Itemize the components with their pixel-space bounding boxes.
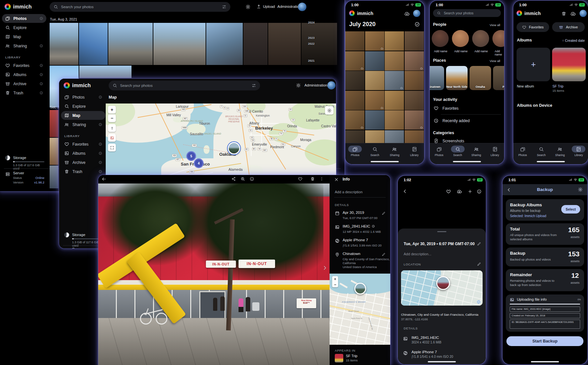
photo-grid-tile[interactable]: [385, 71, 404, 90]
search-input[interactable]: Search your photos: [50, 2, 230, 12]
delete-icon[interactable]: [310, 177, 315, 181]
person-face[interactable]: [452, 30, 469, 47]
screenshots-row[interactable]: Screenshots: [434, 138, 464, 143]
map-photo-marker[interactable]: [228, 142, 240, 154]
info-icon[interactable]: [99, 151, 102, 155]
share-icon[interactable]: [231, 177, 236, 181]
user-avatar[interactable]: [298, 3, 306, 11]
nav-item-library[interactable]: Library: [405, 146, 425, 157]
home-indicator[interactable]: [453, 161, 481, 162]
minimap-photo-marker[interactable]: [354, 283, 366, 294]
immich-logo[interactable]: immich: [64, 82, 91, 88]
nav-item-photos[interactable]: Photos: [345, 146, 365, 157]
settings-gear-icon[interactable]: [578, 187, 583, 192]
photo-grid-tile[interactable]: [345, 51, 364, 71]
photo-grid-tile[interactable]: [365, 51, 384, 71]
sidebar-item-map[interactable]: Map: [2, 32, 46, 41]
timeline-year-label[interactable]: 2023: [308, 36, 315, 40]
theme-toggle-icon[interactable]: [245, 4, 251, 9]
nav-item-search[interactable]: Search: [448, 146, 467, 157]
map-zoom-in-button[interactable]: +: [108, 106, 116, 114]
photo-thumbnail[interactable]: [79, 66, 132, 78]
favorites-row[interactable]: Favorites: [434, 106, 458, 111]
photo-grid-tile[interactable]: [385, 110, 404, 130]
photo-grid-tile[interactable]: [405, 71, 424, 90]
location-minimap[interactable]: FISHERMAN'S WHARF Beach Street North Poi…: [330, 274, 390, 345]
photo-thumbnail[interactable]: [108, 23, 153, 65]
sidebar-item-explore[interactable]: Explore: [61, 102, 105, 111]
photo-grid[interactable]: [345, 31, 424, 143]
sidebar-item-archive[interactable]: Archive: [61, 158, 105, 167]
nav-item-library[interactable]: Library: [486, 146, 504, 157]
album-name[interactable]: SF Trip: [346, 354, 357, 358]
back-icon[interactable]: [101, 177, 106, 182]
photo-grid-tile[interactable]: [345, 71, 364, 90]
photo-grid-tile[interactable]: [405, 31, 424, 51]
photo-in-n-out[interactable]: IN-N-OUT IN-N-OUT Now Hiring $18⁷⁵: [98, 183, 330, 365]
photo-thumbnail[interactable]: [243, 23, 268, 65]
select-all-icon[interactable]: [414, 22, 420, 27]
photo-grid-tile[interactable]: [405, 91, 424, 110]
info-icon[interactable]: [99, 123, 102, 126]
backup-cloud-icon[interactable]: [570, 11, 576, 17]
next-photo-icon[interactable]: [322, 265, 328, 271]
select-albums-button[interactable]: Select: [561, 205, 580, 214]
upload-cloud-icon[interactable]: [456, 189, 462, 194]
favorite-icon[interactable]: [298, 177, 302, 181]
sidebar-item-sharing[interactable]: Sharing: [61, 120, 105, 129]
photo-thumbnail[interactable]: [153, 23, 206, 65]
photo-thumbnail[interactable]: [206, 23, 243, 65]
photo-grid-tile[interactable]: [345, 31, 364, 51]
archive-button[interactable]: Archive: [552, 22, 585, 32]
administration-link[interactable]: Administration: [304, 83, 327, 87]
timeline-year-label[interactable]: 2024: [308, 21, 315, 24]
favorite-icon[interactable]: [446, 189, 451, 194]
administration-link[interactable]: Administration: [277, 5, 301, 8]
timeline-year-label[interactable]: 2021: [308, 59, 315, 62]
photo-thumbnail[interactable]: [50, 138, 58, 165]
add-name-label[interactable]: Add name: [454, 50, 468, 53]
sidebar-item-sharing[interactable]: Sharing: [2, 41, 46, 50]
map-cluster-marker[interactable]: 4: [194, 158, 204, 168]
home-indicator[interactable]: [537, 161, 565, 162]
info-icon[interactable]: [99, 170, 102, 173]
add-to-album-icon[interactable]: [468, 189, 472, 194]
place-card[interactable]: Pi: [493, 66, 504, 90]
filter-icon[interactable]: [252, 83, 256, 88]
place-card[interactable]: Chinatown: [430, 66, 444, 90]
add-name-label[interactable]: Add name: [495, 50, 504, 56]
sidebar-item-photos[interactable]: Photos: [2, 14, 46, 23]
places-view-all[interactable]: View all: [489, 59, 500, 63]
close-icon[interactable]: [334, 177, 339, 182]
user-avatar[interactable]: [580, 10, 587, 17]
person-face[interactable]: [472, 30, 489, 47]
edit-location-icon[interactable]: [382, 252, 386, 256]
photo-grid-tile[interactable]: [405, 51, 424, 71]
minimap-zoom-in[interactable]: +: [332, 276, 338, 282]
edit-date-icon[interactable]: [477, 242, 481, 246]
place-card[interactable]: Omaha: [470, 66, 491, 90]
photo-grid-tile[interactable]: [365, 130, 384, 144]
photo-grid-tile[interactable]: [385, 51, 404, 71]
photo-grid-tile[interactable]: [385, 91, 404, 110]
info-icon[interactable]: [39, 17, 43, 20]
photo-thumbnail[interactable]: [50, 23, 78, 65]
photo-thumbnail[interactable]: [50, 166, 58, 188]
photo-grid-tile[interactable]: [365, 31, 384, 51]
backup-cloud-icon[interactable]: [404, 11, 410, 17]
theme-toggle-icon[interactable]: [296, 83, 301, 88]
map-photo-marker[interactable]: [436, 276, 450, 290]
photo-grid-tile[interactable]: [365, 110, 384, 130]
photo-grid-tile[interactable]: [345, 110, 364, 130]
info-icon[interactable]: [39, 73, 43, 76]
description-input[interactable]: Add a description: [335, 190, 363, 194]
recently-added-row[interactable]: Recently added: [434, 118, 470, 123]
description-input[interactable]: Add description...: [404, 252, 431, 256]
more-options-icon[interactable]: [319, 177, 324, 181]
upload-button[interactable]: Upload: [256, 4, 275, 9]
edit-date-icon[interactable]: [382, 211, 386, 215]
map-fullscreen-button[interactable]: [108, 144, 116, 151]
photo-thumbnail[interactable]: [268, 23, 301, 65]
nav-item-sharing[interactable]: Sharing: [467, 146, 486, 157]
map-zoom-out-button[interactable]: −: [108, 114, 116, 122]
